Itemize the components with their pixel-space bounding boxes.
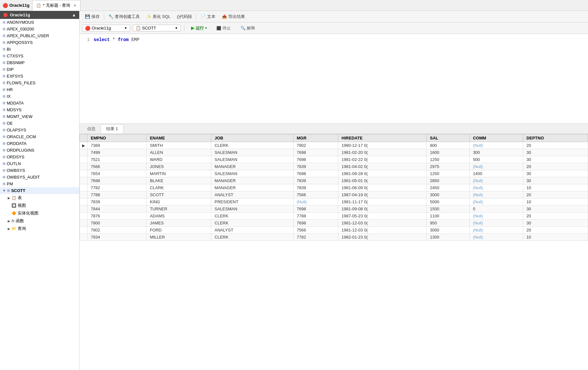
table-row[interactable]: 7782CLARKMANAGER78391981-06-09 0(2450(Nu…: [80, 184, 588, 191]
sidebar-item-OWBSYS[interactable]: ⊞ OWBSYS: [0, 167, 79, 174]
cell-hiredate: 1981-02-20 0(: [338, 149, 427, 156]
col-job[interactable]: JOB: [211, 134, 293, 142]
sidebar-item-ORDDATA[interactable]: ⊞ ORDDATA: [0, 140, 79, 147]
export-button[interactable]: 📤 导出结果: [219, 13, 248, 21]
sql-editor[interactable]: 1 select * from EMP: [80, 34, 588, 124]
table-row[interactable]: 7566JONESMANAGER78391981-04-02 0(2975(Nu…: [80, 163, 588, 170]
table-row[interactable]: 7876ADAMSCLERK77881987-05-23 0(1100(Null…: [80, 213, 588, 220]
table-row[interactable]: 7698BLAKEMANAGER78391981-05-01 0(2850(Nu…: [80, 177, 588, 184]
col-mgr[interactable]: MGR: [293, 134, 338, 142]
data-grid[interactable]: EMPNO ENAME JOB MGR HIREDATE SAL COMM DE…: [80, 134, 588, 370]
sidebar-item-DBSNMP[interactable]: ⊞ DBSNMP: [0, 59, 79, 66]
table-row[interactable]: 7499ALLENSALESMAN76981981-02-20 0(160030…: [80, 149, 588, 156]
schema-icon: ⊞: [3, 128, 5, 132]
table-row[interactable]: 7788SCOTTANALYST75661987-04-19 0(3000(Nu…: [80, 191, 588, 198]
sidebar-item-IX[interactable]: ⊞ IX: [0, 93, 79, 100]
cell-deptno: 20: [523, 227, 588, 234]
sidebar-item-DIP[interactable]: ⊞ DIP: [0, 66, 79, 73]
col-hiredate[interactable]: HIREDATE: [338, 134, 427, 142]
table-row[interactable]: ▶7369SMITHCLERK79021980-12-17 0(800(Null…: [80, 142, 588, 149]
query-builder-button[interactable]: 🔧 查询创建工具: [105, 13, 143, 21]
cell-sal: 1250: [427, 156, 470, 163]
col-empno[interactable]: EMPNO: [88, 134, 147, 142]
sidebar-item-MGMT_VIEW[interactable]: ⊞ MGMT_VIEW: [0, 113, 79, 120]
schema-icon: ⊞: [3, 47, 5, 51]
cell-mgr: 7698: [293, 170, 338, 177]
schema-icon: ⊞: [3, 135, 5, 139]
selectors-bar: 🔴 Oracle11g ▼ 📋 SCOTT ▼ ▶ 运行 ▾ ⬛ 停止 🔍: [80, 22, 588, 34]
cell-empno: 7876: [88, 213, 147, 220]
schema-icon: ⊞: [3, 34, 5, 38]
cell-job: MANAGER: [211, 163, 293, 170]
sidebar-item-SCOTT-functions[interactable]: ▶ fx 函数: [0, 217, 79, 225]
sidebar-item-OE[interactable]: ⊞ OE: [0, 120, 79, 127]
sidebar-item-MDSYS[interactable]: ⊞ MDSYS: [0, 106, 79, 113]
cell-empno: 7521: [88, 156, 147, 163]
cell-sal: 1600: [427, 149, 470, 156]
run-button[interactable]: ▶ 运行 ▾: [188, 24, 210, 32]
db-selector[interactable]: 🔴 Oracle11g ▼: [82, 25, 130, 32]
sidebar-item-ORDSYS[interactable]: ⊞ ORDSYS: [0, 154, 79, 160]
col-sal[interactable]: SAL: [427, 134, 470, 142]
sidebar-item-SCOTT-tables[interactable]: ▶ 📋 表: [0, 194, 79, 202]
table-row[interactable]: 7839KINGPRESIDENT(Null)1981-11-17 0(5000…: [80, 198, 588, 206]
cell-comm: (Null): [470, 198, 523, 206]
sidebar-item-OUTLN[interactable]: ⊞ OUTLN: [0, 160, 79, 167]
sidebar-item-APPQOSSYS[interactable]: ⊞ APPQOSSYS: [0, 39, 79, 46]
table-row[interactable]: 7521WARDSALESMAN76981981-02-22 0(1250500…: [80, 156, 588, 163]
col-ename[interactable]: ENAME: [147, 134, 211, 142]
sidebar-item-EXFSYS[interactable]: ⊞ EXFSYS: [0, 73, 79, 80]
cell-comm: (Null): [470, 177, 523, 184]
sidebar-item-FLOWS_FILES[interactable]: ⊞ FLOWS_FILES: [0, 80, 79, 86]
sidebar-item-ORACLE_OCM[interactable]: ⊞ ORACLE_OCM: [0, 133, 79, 140]
sidebar-item-SCOTT-matviews[interactable]: 🔶 实体化视图: [0, 209, 79, 217]
save-button[interactable]: 💾 保存: [82, 13, 103, 21]
sidebar-item-SCOTT-queries[interactable]: ▶ 📁 查询: [0, 225, 79, 232]
text-button[interactable]: 📄 文本: [198, 13, 218, 21]
sidebar-item-MDDATA[interactable]: ⊞ MDDATA: [0, 100, 79, 106]
tab-result1[interactable]: 结果 1: [101, 124, 123, 133]
table-row[interactable]: 7900JAMESCLERK76981981-12-03 0(950(Null)…: [80, 220, 588, 227]
cell-deptno: 20: [523, 191, 588, 198]
query-tab[interactable]: 📋 * 无标题 - 查询 ✕: [32, 0, 80, 11]
col-deptno[interactable]: DEPTNO: [523, 134, 588, 142]
sidebar-item-HR[interactable]: ⊞ HR: [0, 86, 79, 93]
beautify-button[interactable]: ✨ 美化 SQL: [143, 13, 173, 21]
cell-job: PRESIDENT: [211, 198, 293, 206]
stop-button[interactable]: ⬛ 停止: [213, 24, 234, 32]
sidebar-item-SCOTT[interactable]: ▼ ⊞ SCOTT: [0, 187, 79, 194]
cell-sal: 3000: [427, 227, 470, 234]
tab-icon: 📋: [36, 3, 41, 8]
tab-close-icon[interactable]: ✕: [73, 4, 76, 8]
sidebar-item-OLAPSYS[interactable]: ⊞ OLAPSYS: [0, 127, 79, 133]
sidebar-item-PM[interactable]: ⊞ PM: [0, 181, 79, 187]
table-row[interactable]: 7844TURNERSALESMAN76981981-09-08 0(15000…: [80, 206, 588, 213]
explain-button[interactable]: 🔍 解释: [237, 24, 259, 32]
schema-selector[interactable]: 📋 SCOTT ▼: [133, 25, 181, 31]
sidebar-item-ORDPLUGINS[interactable]: ⊞ ORDPLUGINS: [0, 147, 79, 154]
sidebar-item-BI[interactable]: ⊞ BI: [0, 46, 79, 53]
cell-sal: 2975: [427, 163, 470, 170]
table-row[interactable]: 7654MARTINSALESMAN76981981-09-28 0(12501…: [80, 170, 588, 177]
sidebar-item-APEX_PUBLIC_USER[interactable]: ⊞ APEX_PUBLIC_USER: [0, 32, 79, 39]
col-comm[interactable]: COMM: [470, 134, 523, 142]
table-row[interactable]: 7902FORDANALYST75661981-12-03 0(3000(Nul…: [80, 227, 588, 234]
row-indicator: ▶: [80, 142, 88, 149]
snippet-button[interactable]: ()代码段: [174, 13, 195, 21]
sidebar-item-SCOTT-views[interactable]: 🔲 视图: [0, 202, 79, 209]
sidebar-collapse-icon[interactable]: ▲: [72, 13, 76, 17]
table-row[interactable]: 7934MILLERCLERK77821982-01-23 0(1300(Nul…: [80, 234, 588, 241]
cell-hiredate: 1987-05-23 0(: [338, 213, 427, 220]
cell-comm: (Null): [470, 234, 523, 241]
schema-icon: ⊞: [3, 61, 5, 65]
cell-job: CLERK: [211, 220, 293, 227]
sidebar-item-ANONYMOUS[interactable]: ⊞ ANONYMOUS: [0, 19, 79, 26]
tab-info[interactable]: 信息: [82, 125, 101, 133]
tab-bar: 📋 * 无标题 - 查询 ✕: [32, 0, 80, 11]
cell-mgr: 7698: [293, 149, 338, 156]
cell-sal: 3000: [427, 191, 470, 198]
sidebar-item-APEX030200[interactable]: ⊞ APEX_030200: [0, 26, 79, 32]
cell-deptno: 10: [523, 184, 588, 191]
sidebar-item-OWBSYS_AUDIT[interactable]: ⊞ OWBSYS_AUDIT: [0, 174, 79, 181]
sidebar-item-CTXSYS[interactable]: ⊞ CTXSYS: [0, 53, 79, 59]
